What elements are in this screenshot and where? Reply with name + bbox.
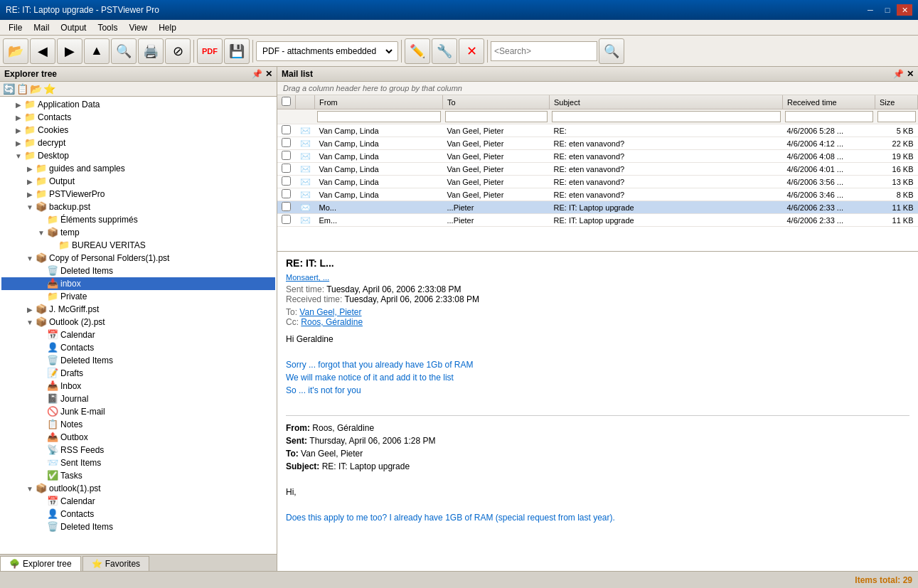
tree-node-backup[interactable]: ▼ 📦 backup.pst (1, 201, 275, 213)
minimize-button[interactable]: ─ (863, 4, 878, 16)
col-subject[interactable]: Subject (550, 95, 783, 109)
pin-mail-icon[interactable]: 📌 (893, 69, 904, 79)
msg-to-link[interactable]: Van Geel, Pieter (299, 307, 361, 317)
tree-node-guides[interactable]: ▶ 📁 guides and samples (1, 162, 275, 175)
row-checkbox[interactable] (282, 151, 291, 160)
table-row[interactable]: ✉️ Van Camp, Linda Van Geel, Pieter RE: … (277, 124, 918, 137)
tree-node-sent2[interactable]: 📨 Sent Items (1, 456, 275, 469)
mail-list[interactable]: From To Subject Received time Size (277, 95, 918, 252)
table-row[interactable]: ✉️ Van Camp, Linda Van Geel, Pieter RE: … (277, 163, 918, 176)
collapse-icon[interactable]: 📋 (16, 83, 28, 95)
close-panel-icon[interactable]: ✕ (265, 69, 272, 79)
table-row[interactable]: ✉️ Van Camp, Linda Van Geel, Pieter RE: … (277, 176, 918, 188)
filter-subject[interactable] (552, 111, 781, 122)
row-checkbox[interactable] (282, 164, 291, 173)
tree-node-contacts-root[interactable]: ▶ 📁 Contacts (1, 111, 275, 124)
tree-toggle-backup[interactable]: ▼ (24, 201, 36, 213)
tree-toggle-copy-personal[interactable]: ▼ (24, 252, 36, 264)
tree-node-elements[interactable]: 📁 Éléments supprimés (1, 213, 275, 226)
close-mail-icon[interactable]: ✕ (907, 69, 914, 79)
tree-node-output[interactable]: ▶ 📁 Output (1, 175, 275, 188)
tree-toggle-decrypt[interactable]: ▶ (13, 137, 24, 149)
tree-node-rss2[interactable]: 📡 RSS Feeds (1, 444, 275, 456)
tree-toggle-desktop[interactable]: ▼ (13, 150, 24, 161)
tree-node-contacts1[interactable]: 👤 Contacts (1, 508, 275, 520)
tree-node-deleted2[interactable]: 🗑️ Deleted Items (1, 354, 275, 367)
save-button[interactable]: 💾 (224, 38, 250, 64)
filter-received[interactable] (785, 111, 873, 122)
row-checkbox[interactable] (282, 125, 291, 134)
tree-node-notes2[interactable]: 📋 Notes (1, 418, 275, 431)
stop-button[interactable]: ⊘ (165, 38, 191, 64)
edit-button[interactable]: ✏️ (405, 38, 430, 64)
tree-node-deleted1[interactable]: 🗑️ Deleted Items (1, 520, 275, 533)
tree-node-inbox2[interactable]: 📥 Inbox (1, 380, 275, 392)
msg-sender-link[interactable]: Monsaert, ... (286, 273, 329, 282)
tree-node-drafts2[interactable]: 📝 Drafts (1, 367, 275, 380)
tree-toggle-guides[interactable]: ▶ (24, 163, 36, 174)
tree-node-tasks2[interactable]: ✅ Tasks (1, 469, 275, 482)
filter-size[interactable] (877, 111, 916, 122)
tree-toggle-app-data[interactable]: ▶ (13, 99, 24, 110)
maximize-button[interactable]: □ (880, 4, 895, 16)
tree-node-outlook1[interactable]: ▼ 📦 outlook(1).pst (1, 482, 275, 495)
menu-file[interactable]: File (3, 21, 28, 34)
tree-node-contacts2[interactable]: 👤 Contacts (1, 341, 275, 354)
menu-output[interactable]: Output (55, 21, 92, 34)
row-checkbox[interactable] (282, 176, 291, 186)
row-checkbox[interactable] (282, 215, 291, 224)
tab-explorer-tree[interactable]: 🌳 Explorer tree (0, 556, 81, 571)
search-input[interactable] (491, 41, 597, 61)
tree-node-jmcgriff[interactable]: ▶ 📦 J. McGriff.pst (1, 303, 275, 316)
find-button[interactable]: 🔍 (111, 38, 137, 64)
print-button[interactable]: 🖨️ (138, 38, 164, 64)
delete-button[interactable]: ✕ (459, 38, 484, 64)
tree-node-junk2[interactable]: 🚫 Junk E-mail (1, 405, 275, 418)
tree-node-private[interactable]: 📁 Private (1, 290, 275, 303)
pdf-button[interactable]: PDF (197, 38, 223, 64)
tree-node-copy-personal[interactable]: ▼ 📦 Copy of Personal Folders(1).pst (1, 252, 275, 264)
tree-node-app-data[interactable]: ▶ 📁 Application Data (1, 98, 275, 111)
tree-toggle-temp[interactable]: ▼ (36, 227, 47, 238)
menu-tools[interactable]: Tools (92, 21, 123, 34)
up-button[interactable]: ▲ (84, 38, 110, 64)
tree-node-outbox2[interactable]: 📤 Outbox (1, 431, 275, 444)
format-select[interactable]: PDF - attachments embedded (260, 46, 395, 57)
tree-node-calendar2[interactable]: 📅 Calendar (1, 328, 275, 341)
filter-to[interactable] (445, 111, 548, 122)
pin-icon[interactable]: 📌 (252, 69, 262, 79)
tree-toggle-cookies[interactable]: ▶ (13, 124, 24, 136)
col-size[interactable]: Size (875, 95, 918, 109)
tree-node-desktop[interactable]: ▼ 📁 Desktop (1, 149, 275, 162)
tree-toggle-output[interactable]: ▶ (24, 176, 36, 187)
menu-view[interactable]: View (123, 21, 153, 34)
tree-node-calendar1[interactable]: 📅 Calendar (1, 495, 275, 508)
close-button[interactable]: ✕ (897, 4, 912, 16)
wand-button[interactable]: 🔧 (432, 38, 457, 64)
tree-toggle-outlook1[interactable]: ▼ (24, 483, 36, 494)
search-go-button[interactable]: 🔍 (599, 38, 624, 64)
tree-node-journal2[interactable]: 📓 Journal (1, 392, 275, 405)
tree-node-inbox[interactable]: 📥 inbox (1, 277, 275, 290)
back-button[interactable]: ◀ (30, 38, 55, 64)
menu-help[interactable]: Help (153, 21, 182, 34)
table-row[interactable]: ✉️ Van Camp, Linda Van Geel, Pieter RE: … (277, 137, 918, 150)
table-row[interactable]: ✉️ Van Camp, Linda Van Geel, Pieter RE: … (277, 150, 918, 163)
msg-cc-link[interactable]: Roos, Géraldine (301, 317, 363, 327)
refresh-icon[interactable]: 🔄 (3, 83, 15, 95)
table-row[interactable]: ✉️ Mo... ...Pieter RE: IT: Laptop upgrad… (277, 201, 918, 214)
star-icon[interactable]: ⭐ (43, 83, 55, 95)
filter-from[interactable] (317, 111, 441, 122)
tree-toggle-contacts-root[interactable]: ▶ (13, 112, 24, 123)
forward-button[interactable]: ▶ (57, 38, 82, 64)
col-from[interactable]: From (315, 95, 443, 109)
tree-node-temp[interactable]: ▼ 📦 temp (1, 226, 275, 239)
tree-node-cookies[interactable]: ▶ 📁 Cookies (1, 124, 275, 137)
expand-icon[interactable]: 📂 (30, 83, 42, 95)
open-button[interactable] (3, 38, 28, 64)
tree-toggle-pstviewer[interactable]: ▶ (24, 188, 36, 200)
format-dropdown[interactable]: PDF - attachments embedded (256, 41, 398, 61)
tree-node-deleted-items[interactable]: 🗑️ Deleted Items (1, 264, 275, 277)
tree-node-bureau[interactable]: 📁 BUREAU VERITAS (1, 239, 275, 252)
row-checkbox[interactable] (282, 138, 291, 147)
